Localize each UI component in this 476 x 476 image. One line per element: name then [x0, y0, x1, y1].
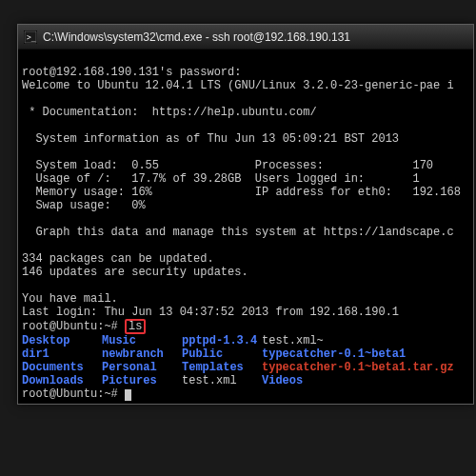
ls-entry-dir: Desktop	[22, 334, 102, 347]
mail-line: You have mail.	[22, 292, 118, 306]
ls-entry-dir: Downloads	[22, 374, 102, 387]
window-title: C:\Windows\system32\cmd.exe - ssh root@1…	[43, 30, 350, 44]
last-login-line: Last login: Thu Jun 13 04:37:52 2013 fro…	[22, 306, 399, 319]
ls-entry-dir: Pictures	[102, 374, 182, 387]
ls-command-highlight: ls	[125, 319, 146, 334]
terminal-output[interactable]: root@192.168.190.131's password: Welcome…	[18, 50, 473, 404]
ls-entry-archive: typecatcher-0.1~beta1.tar.gz	[262, 361, 454, 374]
svg-text:>_: >_	[27, 33, 36, 42]
packages-line: 146 updates are security updates.	[22, 266, 248, 279]
packages-line: 334 packages can be updated.	[22, 252, 214, 266]
cmd-window: >_ C:\Windows\system32\cmd.exe - ssh roo…	[17, 24, 474, 405]
sysinfo-line: Usage of /: 17.7% of 39.28GB Users logge…	[22, 172, 420, 186]
ls-entry-dir: newbranch	[102, 347, 182, 361]
ls-entry-dir: Personal	[102, 361, 182, 374]
ls-entry-dir: Music	[102, 334, 182, 347]
cmd-icon: >_	[24, 30, 37, 44]
ls-entry-dir: Documents	[22, 361, 102, 374]
titlebar[interactable]: >_ C:\Windows\system32\cmd.exe - ssh roo…	[18, 25, 473, 50]
ls-entry-dir: Public	[182, 347, 262, 361]
ls-entry-file: test.xml	[182, 374, 262, 387]
ls-entry-file: test.xml~	[262, 334, 324, 347]
sysinfo-header: System information as of Thu Jun 13 05:0…	[22, 132, 399, 146]
ls-command-text: ls	[129, 320, 142, 333]
ls-entry-dir: pptpd-1.3.4	[182, 334, 262, 347]
ls-entry-dir: Templates	[182, 361, 262, 374]
ls-entry-dir: Videos	[262, 374, 303, 387]
sysinfo-line: System load: 0.55 Processes: 170	[22, 159, 433, 172]
sysinfo-line: Swap usage: 0%	[22, 199, 146, 212]
cursor	[125, 389, 131, 401]
sysinfo-line: Memory usage: 16% IP address for eth0: 1…	[22, 186, 461, 199]
landscape-line: Graph this data and manage this system a…	[22, 226, 454, 239]
welcome-line: Welcome to Ubuntu 12.04.1 LTS (GNU/Linux…	[22, 79, 454, 92]
documentation-line: * Documentation: https://help.ubuntu.com…	[22, 106, 317, 119]
password-prompt-line: root@192.168.190.131's password:	[22, 66, 241, 79]
shell-prompt[interactable]: root@Ubuntu:~#	[22, 387, 125, 401]
ls-entry-dir: dir1	[22, 347, 102, 361]
shell-prompt: root@Ubuntu:~#	[22, 320, 125, 333]
ls-entry-dir: typecatcher-0.1~beta1	[262, 347, 406, 361]
